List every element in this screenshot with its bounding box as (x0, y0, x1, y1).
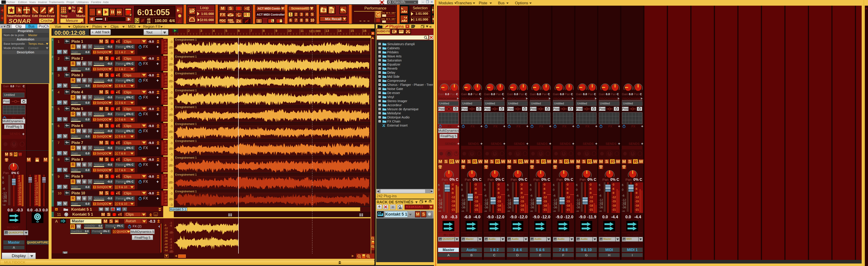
svg-text:FX: FX (393, 31, 395, 33)
svg-text:FX: FX (382, 126, 385, 127)
